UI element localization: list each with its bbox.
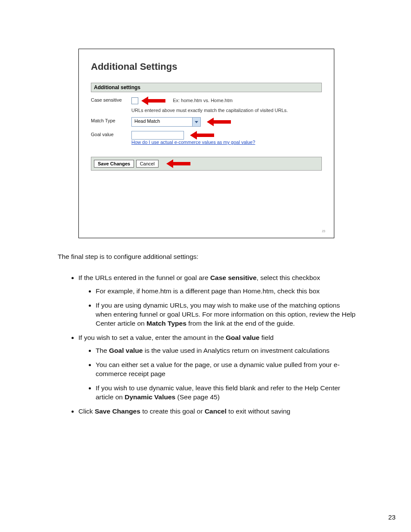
svg-marker-3 bbox=[166, 159, 190, 168]
page-number: 23 bbox=[388, 513, 395, 521]
slide-page-number: 23 bbox=[322, 230, 325, 233]
list-item: If the URLs entered in the funnel or goa… bbox=[78, 274, 358, 328]
intro-paragraph: The final step is to configure additiona… bbox=[58, 252, 358, 261]
slide-title: Additional Settings bbox=[91, 61, 322, 72]
match-type-select[interactable]: Head Match bbox=[131, 117, 201, 127]
arrow-icon bbox=[207, 118, 231, 126]
settings-slide: Additional Settings Additional settings … bbox=[78, 49, 334, 238]
arrow-icon bbox=[166, 159, 190, 168]
svg-marker-1 bbox=[207, 118, 231, 126]
arrow-icon bbox=[141, 96, 165, 105]
goal-value-label: Goal value bbox=[91, 131, 131, 137]
list-item: If you are using dynamic URLs, you may w… bbox=[96, 301, 358, 328]
save-button[interactable]: Save Changes bbox=[94, 160, 134, 168]
case-sensitive-note: URLs entered above must exactly match th… bbox=[131, 108, 322, 113]
list-item: If you wish to use dynamic value, leave … bbox=[96, 384, 358, 402]
case-sensitive-label: Case sensitive bbox=[91, 96, 131, 103]
row-goal-value: Goal value How do I use actual e-commerc… bbox=[91, 131, 322, 145]
bullet-list: If the URLs entered in the funnel or goa… bbox=[58, 274, 358, 416]
goal-value-input[interactable] bbox=[131, 131, 184, 140]
arrow-icon bbox=[190, 131, 214, 140]
list-item: If you wish to set a value, enter the am… bbox=[78, 333, 358, 402]
document-body: The final step is to configure additiona… bbox=[58, 252, 358, 421]
list-item: Click Save Changes to create this goal o… bbox=[78, 407, 358, 416]
section-header: Additional settings bbox=[91, 83, 322, 92]
row-case-sensitive: Case sensitive Ex: home.htm vs. Home.htm… bbox=[91, 96, 322, 113]
chevron-down-icon[interactable] bbox=[192, 118, 200, 126]
case-sensitive-example: Ex: home.htm vs. Home.htm bbox=[173, 98, 233, 103]
svg-marker-2 bbox=[190, 131, 214, 140]
match-type-label: Match Type bbox=[91, 117, 131, 123]
row-match-type: Match Type Head Match bbox=[91, 117, 322, 127]
match-type-value: Head Match bbox=[132, 118, 192, 126]
goal-value-help-link[interactable]: How do I use actual e-commerce values as… bbox=[131, 140, 255, 145]
svg-marker-0 bbox=[141, 96, 165, 105]
list-item: For example, if home.htm is a different … bbox=[96, 287, 358, 296]
list-item: You can either set a value for the page,… bbox=[96, 361, 358, 379]
case-sensitive-checkbox[interactable] bbox=[131, 97, 138, 104]
list-item: The Goal value is the value used in Anal… bbox=[96, 346, 358, 355]
cancel-button[interactable]: Cancel bbox=[136, 160, 159, 168]
button-bar: Save Changes Cancel bbox=[91, 157, 322, 171]
